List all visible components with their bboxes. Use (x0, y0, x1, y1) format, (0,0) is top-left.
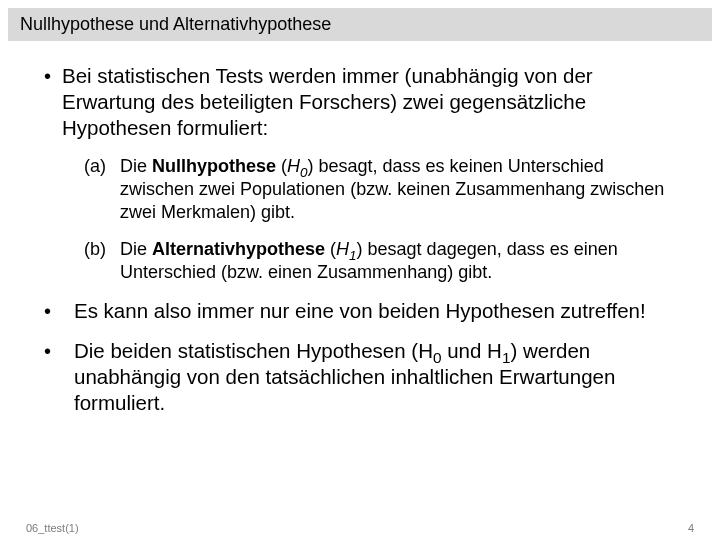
bullet-text: Die beiden statistischen Hypothesen (H0 … (62, 338, 676, 416)
slide-title: Nullhypothese und Alternativhypothese (20, 14, 700, 35)
sub-text: Die Nullhypothese (H0) besagt, dass es k… (120, 155, 676, 224)
title-bar: Nullhypothese und Alternativhypothese (8, 8, 712, 41)
sub-marker: (a) (84, 155, 120, 224)
sub-list: (a) Die Nullhypothese (H0) besagt, dass … (44, 155, 676, 284)
footer: 06_ttest(1) 4 (26, 522, 694, 534)
bullet-item: • Die beiden statistischen Hypothesen (H… (44, 338, 676, 416)
bullet-dot: • (44, 338, 62, 416)
bullet-text: Es kann also immer nur eine von beiden H… (62, 298, 646, 324)
content-area: • Bei statistischen Tests werden immer (… (0, 41, 720, 416)
bullet-item: • Bei statistischen Tests werden immer (… (44, 63, 676, 141)
footer-left: 06_ttest(1) (26, 522, 79, 534)
sub-item: (b) Die Alternativhypothese (H1) besagt … (84, 238, 676, 284)
sub-item: (a) Die Nullhypothese (H0) besagt, dass … (84, 155, 676, 224)
sub-marker: (b) (84, 238, 120, 284)
bullet-dot: • (44, 298, 62, 324)
bullet-dot: • (44, 63, 62, 141)
slide: Nullhypothese und Alternativhypothese • … (0, 8, 720, 540)
bullet-text: Bei statistischen Tests werden immer (un… (62, 63, 676, 141)
sub-text: Die Alternativhypothese (H1) besagt dage… (120, 238, 676, 284)
bullet-item: • Es kann also immer nur eine von beiden… (44, 298, 676, 324)
page-number: 4 (688, 522, 694, 534)
